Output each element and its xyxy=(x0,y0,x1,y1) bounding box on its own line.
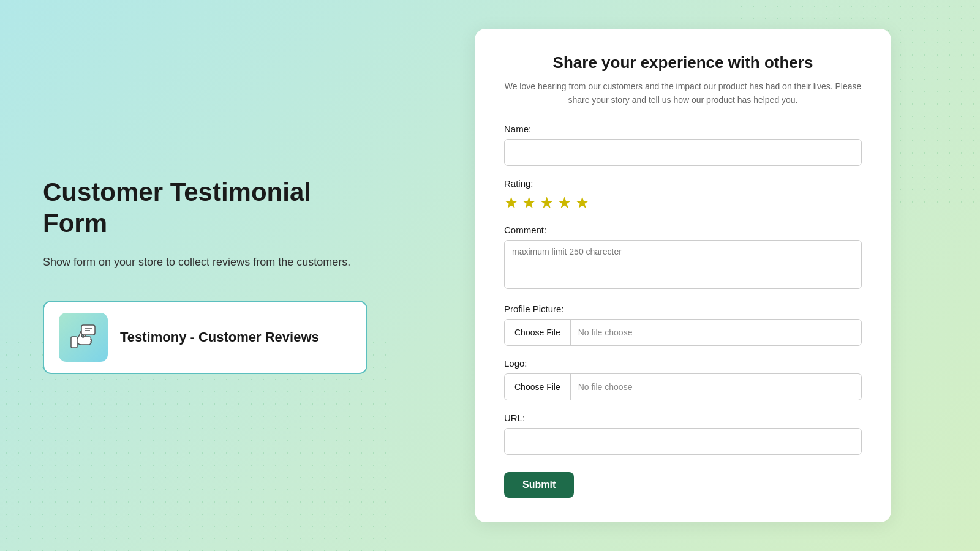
plugin-icon xyxy=(59,313,108,362)
svg-rect-1 xyxy=(81,325,95,335)
right-panel: Share your experience with others We lov… xyxy=(410,0,980,551)
comment-label: Comment: xyxy=(504,225,862,235)
form-subtitle: We love hearing from our customers and t… xyxy=(504,80,862,107)
profile-picture-file-name: No file choose xyxy=(571,328,861,337)
star-2[interactable]: ★ xyxy=(522,193,536,212)
logo-choose-file-btn[interactable]: Choose File xyxy=(505,374,571,400)
profile-picture-group: Profile Picture: Choose File No file cho… xyxy=(504,304,862,346)
svg-rect-0 xyxy=(71,337,77,348)
rating-group: Rating: ★ ★ ★ ★ ★ xyxy=(504,178,862,212)
form-title: Share your experience with others xyxy=(504,53,862,72)
url-label: URL: xyxy=(504,413,862,423)
plugin-name: Testimony - Customer Reviews xyxy=(120,329,319,345)
name-group: Name: xyxy=(504,124,862,166)
rating-label: Rating: xyxy=(504,178,862,189)
star-5[interactable]: ★ xyxy=(575,193,589,212)
logo-input-wrapper: Choose File No file choose xyxy=(504,373,862,400)
profile-picture-input-wrapper: Choose File No file choose xyxy=(504,319,862,346)
star-3[interactable]: ★ xyxy=(540,193,554,212)
left-panel: Customer Testimonial Form Show form on y… xyxy=(0,0,410,551)
url-group: URL: xyxy=(504,413,862,455)
logo-file-name: No file choose xyxy=(571,382,861,392)
form-card: Share your experience with others We lov… xyxy=(475,29,891,523)
stars-row: ★ ★ ★ ★ ★ xyxy=(504,193,862,212)
page-description: Show form on your store to collect revie… xyxy=(43,253,368,271)
star-4[interactable]: ★ xyxy=(557,193,571,212)
logo-group: Logo: Choose File No file choose xyxy=(504,358,862,400)
submit-button[interactable]: Submit xyxy=(504,472,574,498)
star-1[interactable]: ★ xyxy=(504,193,518,212)
name-input[interactable] xyxy=(504,139,862,166)
comment-textarea[interactable] xyxy=(504,240,862,289)
plugin-card[interactable]: Testimony - Customer Reviews xyxy=(43,301,368,374)
comment-group: Comment: xyxy=(504,225,862,291)
profile-picture-choose-file-btn[interactable]: Choose File xyxy=(505,320,571,345)
profile-picture-label: Profile Picture: xyxy=(504,304,862,314)
logo-label: Logo: xyxy=(504,358,862,369)
page-title: Customer Testimonial Form xyxy=(43,177,368,239)
url-input[interactable] xyxy=(504,428,862,455)
name-label: Name: xyxy=(504,124,862,134)
